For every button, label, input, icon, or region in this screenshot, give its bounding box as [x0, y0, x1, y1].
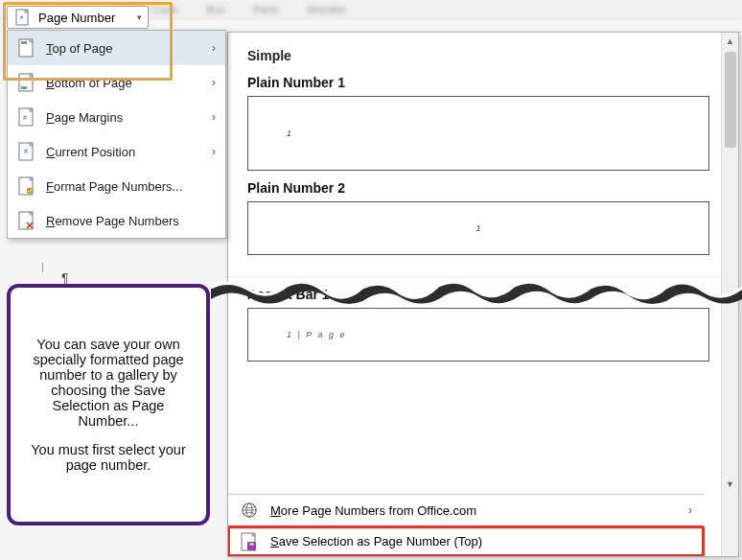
page-margins-icon: # [17, 107, 36, 127]
gallery-item-plain-number-1[interactable]: 1 [247, 96, 709, 171]
menu-item-page-margins[interactable]: # Page Margins › [8, 100, 225, 134]
gallery-item-plain-number-2[interactable]: 1 [247, 201, 709, 255]
current-position-icon: # [17, 142, 36, 161]
torn-edge-decoration [211, 276, 742, 309]
svg-point-11 [27, 188, 33, 194]
globe-icon [240, 501, 259, 520]
svg-text:#: # [24, 148, 28, 154]
scroll-up-icon[interactable]: ▲ [722, 33, 738, 50]
page-number-menu: Top of Page › Bottom of Page › # Page Ma… [7, 30, 226, 239]
menu-item-current-position[interactable]: # Current Position › [8, 134, 225, 169]
more-page-numbers-label: More Page Numbers from Office.com [270, 503, 476, 518]
format-page-numbers-icon [17, 176, 36, 196]
svg-rect-17 [247, 542, 256, 550]
save-selection-icon [240, 532, 259, 551]
svg-rect-18 [250, 543, 254, 545]
menu-item-label: Remove Page Numbers [46, 214, 179, 228]
submenu-arrow-icon: › [212, 145, 216, 158]
submenu-arrow-icon: › [212, 110, 216, 124]
save-selection-row[interactable]: Save Selection as Page Number (Top) [228, 525, 704, 556]
gallery-item-title: Plain Number 2 [247, 180, 709, 196]
remove-page-numbers-icon [17, 211, 36, 230]
menu-item-bottom-of-page[interactable]: Bottom of Page › [8, 65, 225, 100]
explanation-callout: You can save your own specially formatte… [7, 284, 210, 525]
gallery-preview-text: 1 [287, 128, 291, 138]
more-page-numbers-row[interactable]: More Page Numbers from Office.com › [228, 495, 704, 525]
page-number-dropdown-label: Page Number [38, 11, 115, 25]
menu-item-format-page-numbers[interactable]: Format Page Numbers... [8, 169, 225, 203]
scrollbar-thumb[interactable] [725, 52, 736, 148]
gallery-preview-text: 1 | P a g e [287, 330, 347, 339]
menu-item-remove-page-numbers[interactable]: Remove Page Numbers [8, 203, 225, 238]
page-number-icon: # [13, 8, 33, 27]
gallery-item-title: Plain Number 1 [247, 75, 709, 90]
scroll-down-icon[interactable]: ▼ [722, 476, 738, 493]
svg-rect-3 [21, 41, 27, 44]
gallery-preview-text: 1 [475, 223, 480, 233]
page-top-icon [17, 38, 36, 58]
callout-text-2: You must first select your page number. [24, 442, 193, 473]
page-number-dropdown-button[interactable]: # Page Number ▾ [7, 6, 149, 29]
svg-rect-5 [21, 86, 27, 89]
page-bottom-icon [17, 73, 36, 92]
menu-item-label: Top of Page [46, 41, 112, 56]
submenu-arrow-icon: › [212, 76, 216, 89]
svg-text:#: # [23, 114, 27, 121]
menu-item-top-of-page[interactable]: Top of Page › [8, 31, 225, 65]
gallery-item-accent-bar-1[interactable]: 1 | P a g e [247, 308, 709, 362]
save-selection-label: Save Selection as Page Number (Top) [270, 534, 482, 548]
menu-item-label: Current Position [46, 145, 135, 159]
menu-item-label: Bottom of Page [46, 76, 132, 90]
menu-item-label: Format Page Numbers... [46, 179, 182, 194]
chevron-down-icon: ▾ [137, 12, 142, 22]
callout-text-1: You can save your own specially formatte… [24, 337, 193, 429]
submenu-arrow-icon: › [212, 41, 216, 55]
gallery-group-label: Simple [247, 48, 709, 63]
submenu-arrow-icon: › [688, 503, 692, 517]
menu-item-label: Page Margins [46, 110, 123, 125]
